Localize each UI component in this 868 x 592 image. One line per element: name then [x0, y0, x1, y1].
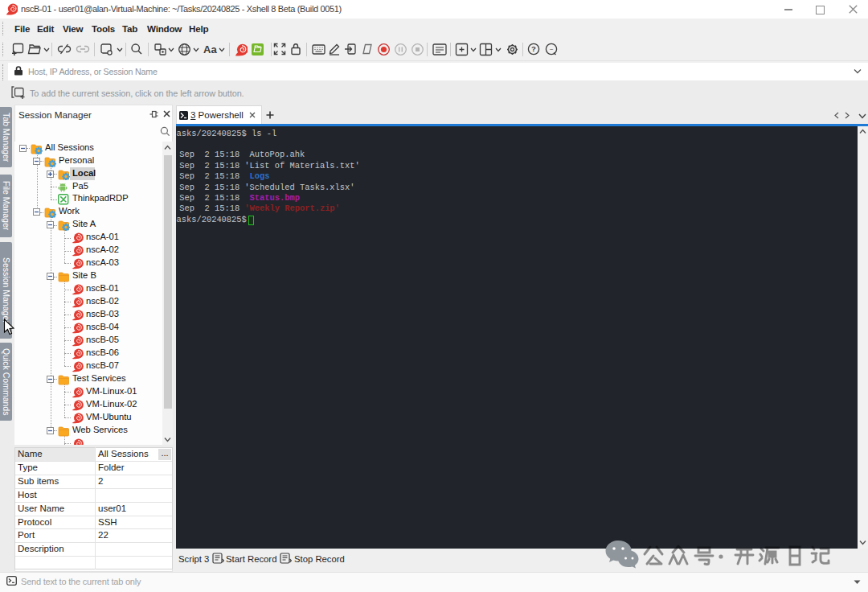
svg-text:?: ?	[531, 44, 536, 53]
svg-text:~: ~	[550, 46, 554, 53]
